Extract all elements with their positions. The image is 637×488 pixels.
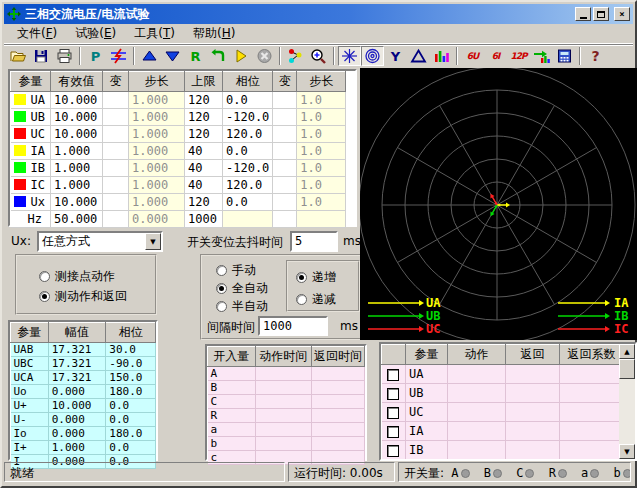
print-button[interactable] (53, 46, 76, 66)
twelve-p-button[interactable]: 12P (507, 46, 530, 66)
minimize-button[interactable] (575, 7, 591, 21)
value-cell[interactable]: 1.0 (297, 194, 346, 211)
value-cell[interactable]: 120.0 (223, 177, 273, 194)
step-up-button[interactable] (138, 46, 161, 66)
value-cell[interactable] (103, 194, 129, 211)
value-cell[interactable]: 1000 (185, 211, 223, 228)
value-cell[interactable]: 120.0 (223, 126, 273, 143)
calculator-button[interactable] (553, 46, 576, 66)
undo-button[interactable] (207, 46, 230, 66)
harmonic-button[interactable] (530, 46, 553, 66)
start-button[interactable] (230, 46, 253, 66)
p-mode-button[interactable]: P (84, 46, 107, 66)
value-cell[interactable]: 40 (185, 177, 223, 194)
value-cell[interactable]: 1.000 (129, 160, 185, 177)
value-cell[interactable] (103, 211, 129, 228)
value-cell[interactable] (273, 194, 297, 211)
bars-button[interactable] (430, 46, 453, 66)
value-cell[interactable]: 1.000 (51, 143, 103, 160)
value-cell[interactable]: 0.000 (129, 211, 185, 228)
value-cell[interactable]: 1.000 (51, 177, 103, 194)
value-cell[interactable] (273, 143, 297, 160)
lightning-button[interactable] (107, 46, 130, 66)
value-cell[interactable] (103, 143, 129, 160)
delta-button[interactable] (407, 46, 430, 66)
six-i-button[interactable]: 6I (484, 46, 507, 66)
value-cell[interactable]: 1.000 (129, 177, 185, 194)
reset-button[interactable]: R (184, 46, 207, 66)
checkbox[interactable] (387, 445, 399, 457)
value-cell[interactable] (273, 92, 297, 109)
direction-option[interactable]: 递减 (296, 291, 336, 308)
checkbox[interactable] (387, 407, 399, 419)
value-cell[interactable] (273, 211, 297, 228)
value-cell[interactable]: -120.0 (223, 109, 273, 126)
direction-option[interactable]: 递增 (296, 269, 336, 286)
value-cell[interactable] (273, 160, 297, 177)
value-cell[interactable]: 1.000 (129, 92, 185, 109)
auto-mode-option[interactable]: 全自动 (216, 280, 268, 297)
open-button[interactable] (7, 46, 30, 66)
scrollbar-thumb[interactable] (619, 359, 635, 379)
value-cell[interactable]: 1.0 (297, 143, 346, 160)
value-cell[interactable] (103, 109, 129, 126)
auto-mode-option[interactable]: 半自动 (216, 298, 268, 315)
wye-button[interactable]: Y (384, 46, 407, 66)
test-mode-option[interactable]: 测接点动作 (39, 268, 115, 285)
value-cell[interactable]: 1.0 (297, 109, 346, 126)
close-button[interactable]: × (614, 7, 630, 21)
value-cell[interactable]: 120 (185, 92, 223, 109)
phasor-button[interactable] (284, 46, 307, 66)
value-cell[interactable]: 1.0 (297, 177, 346, 194)
title-bar[interactable]: 三相交流电压/电流试验 × (4, 4, 633, 24)
value-cell[interactable]: 40 (185, 160, 223, 177)
value-cell[interactable]: 120 (185, 126, 223, 143)
value-cell[interactable]: 1.000 (129, 126, 185, 143)
value-cell[interactable] (273, 109, 297, 126)
six-u-button[interactable]: 6U (461, 46, 484, 66)
value-cell[interactable]: 120 (185, 109, 223, 126)
result-scrollbar[interactable]: ▲ ▼ (619, 344, 635, 459)
ux-mode-select[interactable]: 任意方式 ▼ (37, 231, 163, 252)
value-cell[interactable]: 1.0 (297, 160, 346, 177)
checkbox[interactable] (387, 369, 399, 381)
value-cell[interactable]: 10.000 (51, 194, 103, 211)
menu-item-0[interactable]: 文件(F) (8, 23, 66, 44)
value-cell[interactable]: 1.000 (129, 194, 185, 211)
test-mode-option[interactable]: 测动作和返回 (39, 288, 127, 305)
maximize-button[interactable] (593, 7, 609, 21)
menu-item-2[interactable]: 工具(T) (125, 23, 184, 44)
debounce-input[interactable]: 5 (290, 231, 338, 252)
value-cell[interactable]: 1.000 (129, 109, 185, 126)
value-cell[interactable]: 10.000 (51, 109, 103, 126)
value-cell[interactable] (297, 211, 346, 228)
interval-input[interactable]: 1000 (258, 316, 328, 336)
value-cell[interactable]: 10.000 (51, 92, 103, 109)
value-cell[interactable]: -120.0 (223, 160, 273, 177)
value-cell[interactable]: 120 (185, 194, 223, 211)
help-button[interactable]: ? (584, 46, 607, 66)
scroll-down-button[interactable]: ▼ (619, 444, 635, 459)
checkbox[interactable] (387, 426, 399, 438)
value-cell[interactable]: 40 (185, 143, 223, 160)
zoom-button[interactable] (307, 46, 330, 66)
value-cell[interactable]: 1.000 (51, 160, 103, 177)
menu-item-1[interactable]: 试验(E) (66, 23, 125, 44)
crosshair-button[interactable] (338, 46, 361, 66)
step-down-button[interactable] (161, 46, 184, 66)
rings-button[interactable] (361, 46, 384, 66)
value-cell[interactable]: 1.000 (129, 143, 185, 160)
value-cell[interactable]: 50.000 (51, 211, 103, 228)
value-cell[interactable] (273, 177, 297, 194)
value-cell[interactable]: 1.0 (297, 92, 346, 109)
value-cell[interactable]: 1.0 (297, 126, 346, 143)
auto-mode-option[interactable]: 手动 (216, 262, 256, 279)
scroll-up-button[interactable]: ▲ (619, 344, 635, 359)
value-cell[interactable]: 10.000 (51, 126, 103, 143)
value-cell[interactable] (103, 92, 129, 109)
value-cell[interactable] (223, 211, 273, 228)
save-button[interactable] (30, 46, 53, 66)
value-cell[interactable] (273, 126, 297, 143)
combo-dropdown-button[interactable]: ▼ (145, 233, 161, 250)
checkbox[interactable] (387, 388, 399, 400)
